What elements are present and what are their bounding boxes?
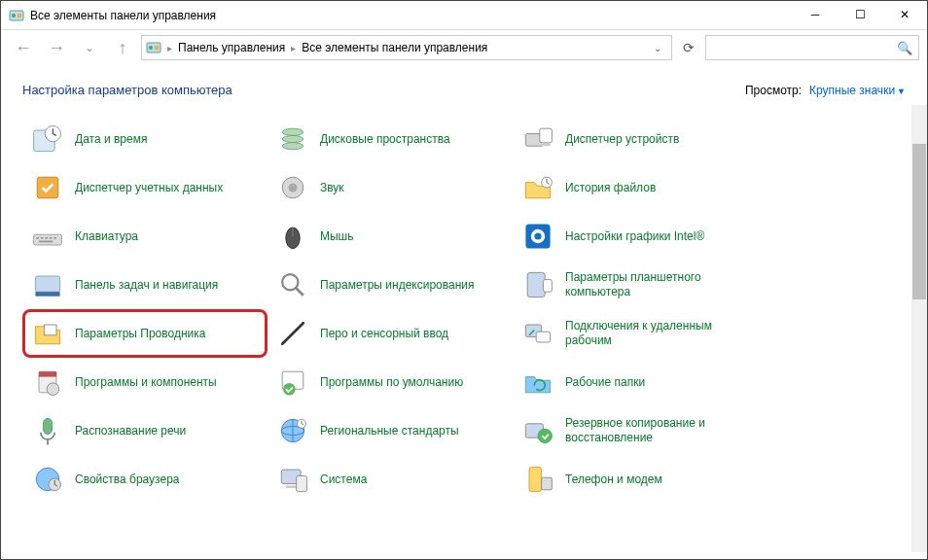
- intel-icon: [518, 217, 557, 256]
- cpl-item-globe[interactable]: Региональные стандарты: [268, 406, 513, 455]
- cpl-item-mouse[interactable]: Мышь: [268, 212, 513, 261]
- item-label: Программы по умолчанию: [320, 375, 463, 390]
- item-label: Рабочие папки: [565, 375, 645, 390]
- search-box[interactable]: 🔍: [705, 35, 919, 60]
- phone-icon: [518, 460, 557, 499]
- mouse-icon: [273, 217, 312, 256]
- item-label: Подключения к удаленным рабочим: [565, 319, 740, 348]
- items-grid: Дата и времяДисковые пространстваДиспетч…: [1, 105, 927, 552]
- cpl-item-speaker[interactable]: Звук: [268, 163, 513, 212]
- cpl-item-browser[interactable]: Свойства браузера: [22, 455, 268, 504]
- folder-icon: [518, 168, 557, 207]
- control-panel-icon: [9, 8, 24, 23]
- chevron-right-icon[interactable]: ▸: [165, 43, 174, 53]
- cpl-item-taskbar[interactable]: Панель задач и навигация: [22, 261, 268, 309]
- item-label: Дисковые пространства: [320, 132, 450, 147]
- minimize-button[interactable]: ─: [793, 1, 838, 30]
- mic-icon: [28, 411, 67, 450]
- view-label: Просмотр:: [745, 84, 802, 97]
- cpl-item-programs[interactable]: Программы и компоненты: [22, 358, 268, 406]
- titlebar: Все элементы панели управления ─ ☐ ✕: [1, 1, 927, 30]
- speaker-icon: [273, 168, 312, 207]
- close-button[interactable]: ✕: [882, 1, 927, 30]
- window-title: Все элементы панели управления: [30, 9, 793, 22]
- item-label: Параметры Проводника: [75, 327, 205, 341]
- item-label: Дата и время: [75, 132, 147, 147]
- cpl-item-keyboard[interactable]: Клавиатура: [22, 212, 268, 261]
- item-label: Настройки графики Intel®: [565, 229, 704, 244]
- browser-icon: [28, 460, 67, 499]
- item-label: Региональные стандарты: [320, 424, 459, 438]
- view-mode-dropdown[interactable]: Крупные значки▼: [809, 84, 906, 97]
- item-label: Параметры планшетного компьютера: [565, 270, 740, 299]
- cpl-item-explorer[interactable]: Параметры Проводника: [22, 309, 268, 358]
- item-label: Параметры индексирования: [320, 278, 474, 293]
- cpl-item-disks[interactable]: Дисковые пространства: [268, 115, 513, 163]
- item-label: Перо и сенсорный ввод: [320, 327, 448, 341]
- globe-icon: [273, 411, 312, 450]
- breadcrumb[interactable]: ▸ Панель управления ▸ Все элементы панел…: [141, 35, 672, 60]
- navbar: ← → ⌄ ↑ ▸ Панель управления ▸ Все элемен…: [1, 30, 927, 65]
- system-icon: [273, 460, 312, 499]
- breadcrumb-dropdown[interactable]: ⌄: [648, 43, 667, 53]
- item-label: Система: [320, 472, 367, 487]
- content-header: Настройка параметров компьютера Просмотр…: [1, 65, 927, 105]
- cpl-item-phone[interactable]: Телефон и модем: [513, 455, 758, 504]
- item-label: Программы и компоненты: [75, 375, 217, 390]
- search-input[interactable]: [712, 41, 897, 54]
- item-label: Панель задач и навигация: [75, 278, 218, 293]
- index-icon: [273, 265, 312, 304]
- maximize-button[interactable]: ☐: [838, 1, 882, 30]
- explorer-icon: [28, 314, 67, 353]
- item-label: Распознавание речи: [75, 424, 186, 438]
- back-button[interactable]: ←: [9, 34, 38, 61]
- cpl-item-sync[interactable]: Рабочие папки: [513, 358, 758, 406]
- cpl-item-folder[interactable]: История файлов: [513, 163, 758, 212]
- clock-icon: [28, 120, 67, 158]
- disks-icon: [273, 120, 312, 158]
- item-label: Резервное копирование и восстановление: [565, 416, 740, 445]
- forward-button[interactable]: →: [42, 34, 71, 61]
- item-label: Телефон и модем: [565, 472, 662, 487]
- remote-icon: [518, 314, 557, 353]
- page-title: Настройка параметров компьютера: [22, 83, 232, 97]
- cpl-item-pen[interactable]: Перо и сенсорный ввод: [268, 309, 513, 358]
- history-dropdown[interactable]: ⌄: [75, 34, 104, 61]
- scrollbar-thumb[interactable]: [912, 144, 926, 299]
- cpl-item-tablet[interactable]: Параметры планшетного компьютера: [513, 261, 758, 309]
- cpl-item-defaults[interactable]: Программы по умолчанию: [268, 358, 513, 406]
- search-icon: 🔍: [897, 41, 912, 55]
- cpl-item-backup[interactable]: Резервное копирование и восстановление: [513, 406, 758, 455]
- check-icon: [28, 168, 67, 207]
- item-label: Свойства браузера: [75, 472, 180, 487]
- item-label: История файлов: [565, 181, 656, 195]
- devmgr-icon: [518, 120, 557, 158]
- cpl-item-intel[interactable]: Настройки графики Intel®: [513, 212, 758, 261]
- cpl-item-index[interactable]: Параметры индексирования: [268, 261, 513, 309]
- item-label: Мышь: [320, 229, 354, 244]
- item-label: Диспетчер учетных данных: [75, 181, 223, 195]
- chevron-right-icon[interactable]: ▸: [289, 43, 298, 53]
- item-label: Диспетчер устройств: [565, 132, 679, 147]
- backup-icon: [518, 411, 557, 450]
- defaults-icon: [273, 363, 312, 402]
- up-button[interactable]: ↑: [108, 34, 137, 61]
- item-label: Клавиатура: [75, 229, 138, 244]
- cpl-item-devmgr[interactable]: Диспетчер устройств: [513, 115, 758, 163]
- keyboard-icon: [28, 217, 67, 256]
- cpl-item-check[interactable]: Диспетчер учетных данных: [22, 163, 268, 212]
- taskbar-icon: [28, 265, 67, 304]
- pen-icon: [273, 314, 312, 353]
- cpl-item-system[interactable]: Система: [268, 455, 513, 504]
- refresh-button[interactable]: ⟳: [676, 35, 701, 60]
- tablet-icon: [518, 265, 557, 304]
- cpl-item-mic[interactable]: Распознавание речи: [22, 406, 268, 455]
- breadcrumb-item[interactable]: Все элементы панели управления: [298, 41, 491, 54]
- control-panel-icon: [146, 40, 161, 55]
- cpl-item-clock[interactable]: Дата и время: [22, 115, 268, 163]
- programs-icon: [28, 363, 67, 402]
- item-label: Звук: [320, 181, 344, 195]
- sync-icon: [518, 363, 557, 402]
- breadcrumb-item[interactable]: Панель управления: [174, 41, 289, 54]
- cpl-item-remote[interactable]: Подключения к удаленным рабочим: [513, 309, 758, 358]
